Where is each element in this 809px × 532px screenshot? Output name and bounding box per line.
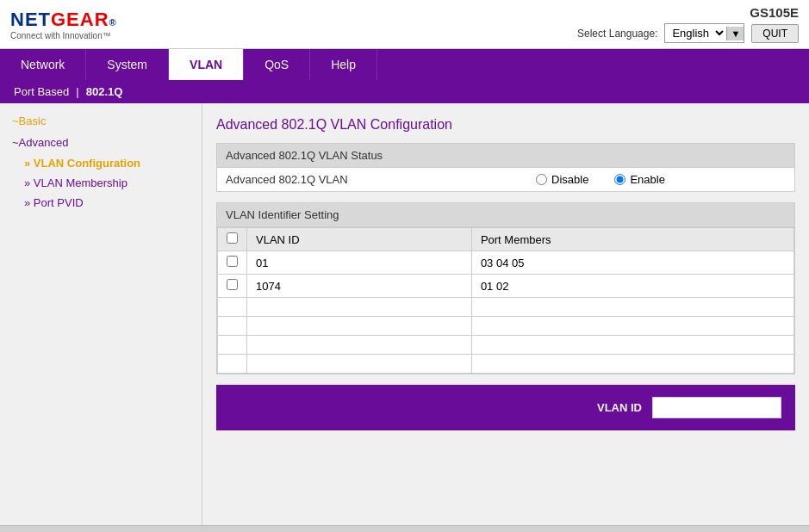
enable-radio[interactable] bbox=[614, 174, 625, 185]
vlan-id-label: VLAN ID bbox=[597, 401, 642, 414]
row2-vlan-id: 1074 bbox=[247, 275, 472, 298]
vlan-id-header: VLAN ID bbox=[247, 228, 472, 251]
logo: NETGEAR® bbox=[10, 9, 117, 31]
select-all-header bbox=[218, 228, 247, 251]
logo-tagline: Connect with Innovation™ bbox=[10, 31, 117, 40]
nav-tabs: Network System VLAN QoS Help bbox=[0, 49, 809, 80]
sidebar: ~Basic ~Advanced VLAN Configuration VLAN… bbox=[0, 103, 202, 525]
sidebar-item-port-pvid[interactable]: Port PVID bbox=[0, 193, 202, 213]
device-model: GS105E bbox=[750, 5, 799, 20]
main-layout: ~Basic ~Advanced VLAN Configuration VLAN… bbox=[0, 103, 809, 525]
lang-label: Select Language: bbox=[577, 28, 657, 40]
sidebar-item-vlan-config[interactable]: VLAN Configuration bbox=[0, 153, 202, 173]
table-row: 1074 01 02 bbox=[218, 275, 794, 298]
table-row bbox=[218, 317, 794, 336]
enable-label: Enable bbox=[630, 173, 664, 186]
page-title: Advanced 802.1Q VLAN Configuration bbox=[216, 117, 795, 133]
tab-system[interactable]: System bbox=[86, 49, 169, 80]
sidebar-item-vlan-membership[interactable]: VLAN Membership bbox=[0, 173, 202, 193]
row2-checkbox[interactable] bbox=[227, 279, 238, 290]
disable-label: Disable bbox=[551, 173, 588, 186]
lang-select-wrap[interactable]: English ▼ bbox=[664, 23, 744, 43]
row2-checkbox-cell bbox=[218, 275, 247, 298]
radio-options: Disable Enable bbox=[415, 173, 786, 186]
footer: DELETE ADD bbox=[0, 525, 809, 532]
tab-vlan[interactable]: VLAN bbox=[169, 49, 244, 80]
lang-dropdown-icon[interactable]: ▼ bbox=[726, 27, 744, 40]
table-section: VLAN Identifier Setting VLAN ID Port Mem… bbox=[216, 202, 795, 374]
table-row bbox=[218, 336, 794, 355]
lang-row: Select Language: English ▼ QUIT bbox=[577, 23, 799, 43]
logo-area: NETGEAR® Connect with Innovation™ bbox=[10, 9, 117, 40]
content-area: Advanced 802.1Q VLAN Configuration Advan… bbox=[202, 103, 809, 525]
header: NETGEAR® Connect with Innovation™ GS105E… bbox=[0, 0, 809, 49]
sub-nav-dot1q[interactable]: 802.1Q bbox=[79, 84, 130, 100]
sub-nav: Port Based | 802.1Q bbox=[0, 80, 809, 103]
vlan-id-input[interactable] bbox=[652, 397, 781, 418]
disable-option[interactable]: Disable bbox=[536, 173, 588, 186]
select-all-checkbox[interactable] bbox=[227, 232, 238, 244]
tab-qos[interactable]: QoS bbox=[244, 49, 310, 80]
vlan-table: VLAN ID Port Members 01 03 04 05 bbox=[217, 227, 794, 374]
row1-checkbox-cell bbox=[218, 251, 247, 275]
status-section: Advanced 802.1Q VLAN Status Advanced 802… bbox=[216, 143, 795, 192]
tab-help[interactable]: Help bbox=[310, 49, 377, 80]
row1-port-members: 03 04 05 bbox=[471, 251, 793, 275]
row1-checkbox[interactable] bbox=[227, 256, 238, 267]
vlan-status-row: Advanced 802.1Q VLAN Disable Enable bbox=[217, 168, 794, 191]
table-row bbox=[218, 298, 794, 317]
disable-radio[interactable] bbox=[536, 174, 547, 185]
lang-select[interactable]: English bbox=[665, 24, 726, 42]
sidebar-group-advanced[interactable]: ~Advanced bbox=[0, 132, 202, 153]
port-members-header: Port Members bbox=[471, 228, 793, 251]
table-section-header: VLAN Identifier Setting bbox=[217, 203, 794, 227]
vlan-status-label: Advanced 802.1Q VLAN bbox=[226, 173, 415, 186]
sub-nav-port-based[interactable]: Port Based bbox=[7, 84, 76, 100]
enable-option[interactable]: Enable bbox=[614, 173, 664, 186]
row2-port-members: 01 02 bbox=[471, 275, 793, 298]
bottom-panel: VLAN ID bbox=[216, 385, 795, 430]
quit-button[interactable]: QUIT bbox=[751, 24, 799, 43]
sidebar-group-basic[interactable]: ~Basic bbox=[0, 110, 202, 132]
header-right: GS105E Select Language: English ▼ QUIT bbox=[577, 5, 799, 43]
row1-vlan-id: 01 bbox=[247, 251, 472, 275]
table-row bbox=[218, 355, 794, 374]
tab-network[interactable]: Network bbox=[0, 49, 86, 80]
status-section-header: Advanced 802.1Q VLAN Status bbox=[217, 144, 794, 168]
table-row: 01 03 04 05 bbox=[218, 251, 794, 275]
